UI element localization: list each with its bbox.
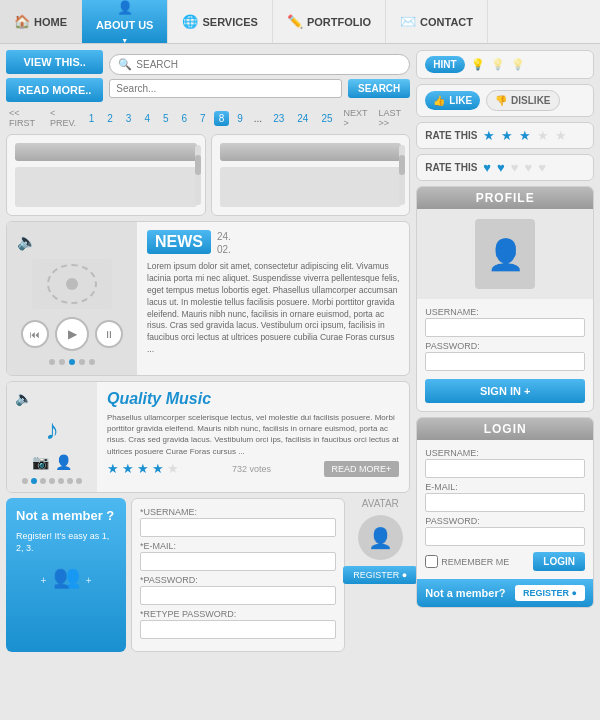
music-footer: ★ ★ ★ ★ ★ 732 votes READ MORE+	[107, 461, 399, 477]
reg-retype-input[interactable]	[140, 620, 336, 639]
page-5[interactable]: 5	[158, 111, 174, 126]
remember-checkbox[interactable]	[425, 555, 438, 568]
music-volume-icon: 🔈	[15, 390, 32, 406]
rate-star-3[interactable]: ★	[519, 128, 531, 143]
read-more-button[interactable]: READ MORE..	[6, 78, 103, 102]
page-2[interactable]: 2	[102, 111, 118, 126]
panel-2-scrollbar[interactable]	[399, 145, 405, 205]
music-star-5[interactable]: ★	[167, 461, 179, 476]
music-text: Phasellus ullamcorper scelerisque lectus…	[107, 412, 399, 457]
rate-stars-row: RATE THIS ★ ★ ★ ★ ★	[416, 122, 594, 149]
music-right: Quality Music Phasellus ullamcorper scel…	[97, 382, 409, 492]
login-password-label: PASSWORD:	[425, 516, 585, 526]
view-this-button[interactable]: VIEW THIS..	[6, 50, 103, 74]
avatar-row: AVATAR	[362, 498, 399, 509]
reg-username-label: *USERNAME:	[140, 507, 336, 517]
hint-row: HINT 💡 💡 💡	[416, 50, 594, 79]
nav-services[interactable]: 🌐 SERVICES	[168, 0, 272, 43]
nav-about-label: ABOUT US	[96, 19, 153, 31]
prev-page[interactable]: < PREV.	[47, 107, 81, 129]
rate-heart-1[interactable]: ♥	[483, 160, 491, 175]
page-23[interactable]: 23	[268, 111, 289, 126]
search-input-2[interactable]	[116, 83, 335, 94]
search-icon-1: 🔍	[118, 58, 132, 71]
media-news-panel: 🔈 ⏮ ▶ ⏸	[6, 221, 410, 376]
page-6[interactable]: 6	[177, 111, 193, 126]
rate-star-5[interactable]: ★	[555, 128, 567, 143]
action-buttons: VIEW THIS.. READ MORE..	[6, 50, 103, 102]
search-button[interactable]: SEARCH	[348, 79, 410, 98]
reg-email-input[interactable]	[140, 552, 336, 571]
music-star-2[interactable]: ★	[122, 461, 134, 476]
rate-star-2[interactable]: ★	[501, 128, 513, 143]
nav-contact[interactable]: ✉️ CONTACT	[386, 0, 488, 43]
page-24[interactable]: 24	[292, 111, 313, 126]
panel-2-body	[220, 167, 402, 207]
media-disc	[47, 264, 97, 304]
login-button[interactable]: LOGIN	[533, 552, 585, 571]
nav-home[interactable]: 🏠 HOME	[0, 0, 82, 43]
nav-about[interactable]: 👤 ABOUT US	[82, 0, 168, 43]
sign-in-button[interactable]: SIGN IN +	[425, 379, 585, 403]
reg-password-input[interactable]	[140, 586, 336, 605]
login-password-row: PASSWORD:	[425, 516, 585, 546]
page-25[interactable]: 25	[316, 111, 337, 126]
news-content: NEWS 24. 02. Lorem ipsum dolor sit amet,…	[137, 222, 409, 375]
rate-heart-3[interactable]: ♥	[511, 160, 519, 175]
play-button[interactable]: ▶	[55, 317, 89, 351]
mdot-4	[49, 478, 55, 484]
music-star-1[interactable]: ★	[107, 461, 119, 476]
page-3[interactable]: 3	[121, 111, 137, 126]
first-page[interactable]: << FIRST	[6, 107, 44, 129]
music-read-more-button[interactable]: READ MORE+	[324, 461, 400, 477]
music-star-3[interactable]: ★	[137, 461, 149, 476]
dislike-button[interactable]: 👎 DISLIKE	[486, 90, 559, 111]
page-1[interactable]: 1	[84, 111, 100, 126]
reg-not-member-title: Not a member ?	[16, 508, 116, 525]
login-password-input[interactable]	[425, 527, 585, 546]
panel-1-scrollbar[interactable]	[195, 145, 201, 205]
page-9[interactable]: 9	[232, 111, 248, 126]
media-progress-dots	[49, 359, 95, 365]
contact-icon: ✉️	[400, 14, 416, 29]
page-7[interactable]: 7	[195, 111, 211, 126]
prev-button[interactable]: ⏮	[21, 320, 49, 348]
reg-password-field: *PASSWORD:	[140, 575, 336, 605]
register-button[interactable]: REGISTER ●	[343, 566, 417, 584]
login-email-label: E-MAIL:	[425, 482, 585, 492]
profile-password-input[interactable]	[425, 352, 585, 371]
login-username-input[interactable]	[425, 459, 585, 478]
mdot-6	[67, 478, 73, 484]
page-4[interactable]: 4	[139, 111, 155, 126]
search-box-1: 🔍	[109, 54, 410, 75]
home-icon: 🏠	[14, 14, 30, 29]
avatar-label: AVATAR	[362, 498, 399, 509]
page-8[interactable]: 8	[214, 111, 230, 126]
next-page[interactable]: NEXT >	[341, 107, 373, 129]
login-email-input[interactable]	[425, 493, 585, 512]
profile-username-input[interactable]	[425, 318, 585, 337]
bulb-active-icon[interactable]: 💡	[471, 58, 485, 71]
bulb-inactive-1-icon[interactable]: 💡	[491, 58, 505, 71]
music-note-icon: ♪	[45, 414, 59, 446]
login-username-row: USERNAME:	[425, 448, 585, 478]
rate-star-4[interactable]: ★	[537, 128, 549, 143]
register-small-button[interactable]: REGISTER ●	[515, 585, 585, 601]
bulb-inactive-2-icon[interactable]: 💡	[511, 58, 525, 71]
music-star-4[interactable]: ★	[152, 461, 164, 476]
rate-heart-4[interactable]: ♥	[525, 160, 533, 175]
rate-heart-5[interactable]: ♥	[538, 160, 546, 175]
panel-1-scrollbar-thumb[interactable]	[195, 155, 201, 175]
nav-portfolio[interactable]: ✏️ PORTFOLIO	[273, 0, 386, 43]
search-input-1[interactable]	[136, 59, 246, 70]
rate-heart-2[interactable]: ♥	[497, 160, 505, 175]
last-page[interactable]: LAST >>	[375, 107, 410, 129]
like-button[interactable]: 👍 LIKE	[425, 91, 480, 110]
profile-username-row: USERNAME:	[425, 307, 585, 337]
rate-star-1[interactable]: ★	[483, 128, 495, 143]
reg-username-input[interactable]	[140, 518, 336, 537]
not-member-text: Not a member?	[425, 587, 505, 599]
panel-2-scrollbar-thumb[interactable]	[399, 155, 405, 175]
portfolio-icon: ✏️	[287, 14, 303, 29]
pause-button[interactable]: ⏸	[95, 320, 123, 348]
